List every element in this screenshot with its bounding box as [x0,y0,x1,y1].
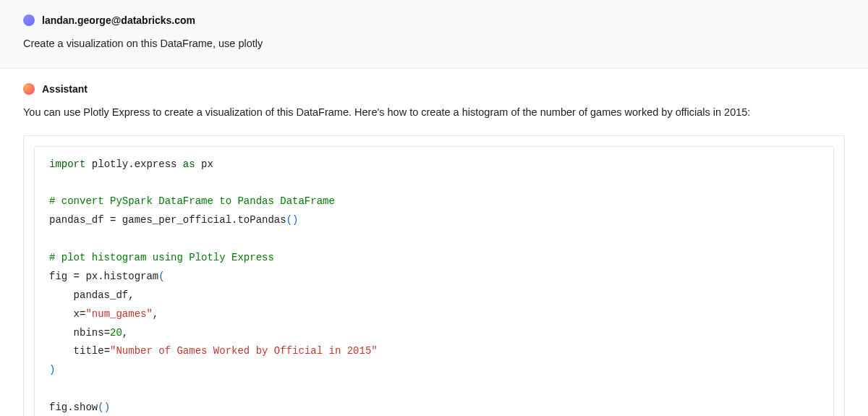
code-paren: ) [49,364,55,375]
code-text: nbins [74,327,104,339]
code-text: fig [49,271,74,282]
code-text: title [74,345,104,357]
user-avatar-icon [23,14,35,26]
code-cell-outer: import plotly.express as px # convert Py… [23,135,845,417]
code-number: 20 [110,327,122,339]
user-message-block: landan.george@databricks.com Create a vi… [0,0,868,69]
code-content[interactable]: import plotly.express as px # convert Py… [49,156,819,417]
code-paren: ( [98,402,103,413]
code-paren: ( [286,214,292,226]
code-operator: = [104,327,110,339]
code-text: games_per_official.toPandas [116,214,286,226]
user-message-text: Create a visualization on this DataFrame… [23,36,845,52]
code-cell[interactable]: import plotly.express as px # convert Py… [34,146,834,417]
code-text: plotly.express [85,158,182,170]
code-string: "num_games" [85,308,152,320]
code-paren: ( [158,271,164,282]
code-operator: = [74,271,80,282]
code-paren: ) [104,402,110,413]
code-text: x [74,308,80,320]
assistant-message-text: You can use Plotly Express to create a v… [23,105,845,121]
user-header: landan.george@databricks.com [23,14,845,26]
code-text: px.histogram [80,271,158,282]
code-string: "Number of Games Worked by Official in 2… [110,345,378,357]
assistant-header: Assistant [23,83,845,95]
code-keyword: import [49,158,85,170]
code-text: fig.show [49,402,98,413]
code-operator: = [104,345,110,357]
code-text: pandas_df [49,214,110,226]
code-indent [49,327,74,339]
assistant-avatar-icon [23,83,35,95]
code-text: px [195,158,213,170]
assistant-author: Assistant [42,83,88,95]
code-indent [49,308,74,320]
code-indent [49,289,74,301]
code-text: , [122,327,128,339]
assistant-message-block: Assistant You can use Plotly Express to … [0,69,868,416]
code-keyword: as [183,158,195,170]
code-paren: ) [292,214,298,226]
code-text: , [153,308,158,320]
user-author: landan.george@databricks.com [42,14,195,26]
code-indent [49,345,74,357]
code-comment: # convert PySpark DataFrame to Pandas Da… [49,195,335,207]
code-comment: # plot histogram using Plotly Express [49,252,274,263]
code-text: pandas_df, [74,289,135,301]
